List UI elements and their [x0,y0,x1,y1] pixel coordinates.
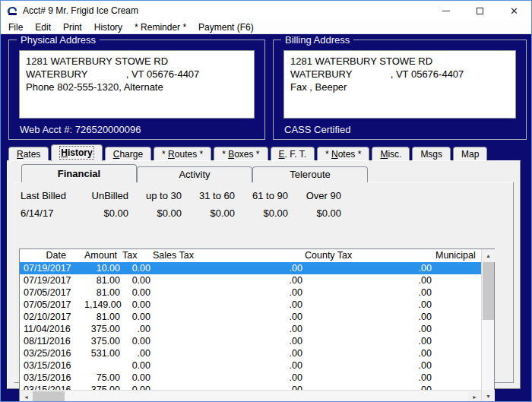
table-row[interactable]: 07/05/20171,149.000.00.00.00 [20,299,481,311]
scroll-right-button[interactable]: ► [468,391,481,402]
cell-municipal [434,299,481,311]
table-row[interactable]: 03/15/2016375.000.00.00.00 [20,384,481,390]
billing-address-line-2: WATERBURY , VT 05676-4407 [290,68,509,81]
tab-routes-label: * Routes * [162,149,203,160]
subtab-teleroute[interactable]: Teleroute [252,166,368,182]
tab-charge[interactable]: Charge [105,147,151,161]
cell-tax: .00 [122,323,153,335]
vertical-scrollbar[interactable]: ▲ ▼ [481,249,494,402]
tab-misc[interactable]: Misc. [372,147,410,161]
horizontal-scrollbar[interactable]: ◄ ► [20,390,481,402]
scroll-up-button[interactable]: ▲ [482,249,495,262]
cell-municipal [434,384,481,390]
cell-sales-tax: .00 [153,299,305,311]
aging-header-31-to-60: 31 to 60 [182,190,235,205]
close-button[interactable]: ✕ [497,1,531,21]
physical-address-legend: Physical Address [17,34,100,46]
billing-address-box[interactable]: 1281 WATERBURY STOWE RDWATERBURY , VT 05… [283,50,516,119]
tab-rates-label: Rates [17,149,40,160]
tab-notes[interactable]: * Notes * [317,147,369,161]
tab-history[interactable]: History [51,144,102,161]
menu-history[interactable]: History [88,22,128,33]
subtab-teleroute-label: Teleroute [290,169,330,180]
cell-municipal [434,311,481,323]
scroll-right-icon: ► [472,394,477,400]
cell-municipal [434,372,481,384]
subtab-financial[interactable]: Financial [21,164,137,182]
billing-address-group: Billing Address 1281 WATERBURY STOWE RDW… [273,40,527,140]
table-row[interactable]: 07/19/201710.000.00.00.00 [20,262,481,274]
cell-amount: 75.00 [84,372,122,384]
table-row[interactable]: 07/05/201781.000.00.00.00 [20,286,481,299]
cell-date: 03/15/2016 [20,372,84,384]
scroll-down-icon: ▼ [486,394,491,399]
column-header-county-tax[interactable]: County Tax [305,249,434,262]
table-row[interactable]: 08/11/2016375.000.00.00.00 [20,335,481,347]
tab-map[interactable]: Map [453,147,487,161]
cell-amount: 1,149.00 [84,299,122,311]
billing-address-line-1: 1281 WATERBURY STOWE RD [290,55,509,68]
menu-payment-f6[interactable]: Payment (F6) [192,22,260,33]
maximize-button[interactable] [463,1,497,21]
cell-county-tax: .00 [305,262,434,274]
tab-msgs-label: Msgs [420,149,442,160]
app-window: Acct# 9 Mr. Frigid Ice Cream ✕ FileEditP… [0,0,532,402]
column-header-amount[interactable]: Amount [84,249,122,262]
physical-address-box[interactable]: 1281 WATERBURY STOWE RDWATERBURY , VT 05… [19,50,255,119]
grid-header-row: DateAmountTaxSales TaxCounty TaxMunicipa… [20,249,481,262]
menu-edit[interactable]: Edit [29,22,57,33]
table-row[interactable]: 03/25/2016531.00.00.00.00 [20,347,481,359]
column-header-date[interactable]: Date [20,249,84,262]
tab-rates[interactable]: Rates [8,147,49,161]
cell-sales-tax: .00 [153,372,305,384]
cell-tax: 0.00 [122,384,153,390]
close-icon: ✕ [510,6,518,16]
minimize-icon [442,11,450,11]
minimize-button[interactable] [429,1,463,21]
table-row[interactable]: 11/04/2016375.00.00.00.00 [20,323,481,335]
column-header-municipal[interactable]: Municipal [434,249,481,262]
tab-e-f-t-label: E. F. T. [279,149,306,160]
cell-municipal [434,347,481,359]
tab-e-f-t[interactable]: E. F. T. [271,147,315,161]
scroll-left-button[interactable]: ◄ [20,391,33,402]
cell-tax: .00 [122,347,153,359]
cell-date: 08/11/2016 [20,335,84,347]
scroll-left-icon: ◄ [24,394,29,400]
menu-file[interactable]: File [2,22,29,33]
aging-value-61-to-90: $0.00 [235,207,288,223]
table-row[interactable]: 07/19/201781.000.00.00.00 [20,274,481,286]
cell-county-tax: .00 [305,347,434,359]
cell-tax: 0.00 [122,311,153,323]
table-row[interactable]: 03/15/201675.000.00.00.00 [20,372,481,384]
physical-address-line-3: Phone 802-555-1320, Alternate [26,81,248,93]
scroll-down-button[interactable]: ▼ [482,390,495,402]
cell-amount: 375.00 [84,384,122,390]
column-header-sales-tax[interactable]: Sales Tax [153,249,305,262]
cell-sales-tax: .00 [153,286,305,299]
cell-sales-tax: .00 [153,347,305,359]
horizontal-scroll-thumb[interactable] [33,391,65,402]
tab-boxes[interactable]: * Boxes * [214,147,268,161]
subtab-activity[interactable]: Activity [137,166,252,182]
vertical-scroll-thumb[interactable] [483,262,494,320]
aging-value-last-billed: 6/14/17 [21,207,75,223]
cell-tax: 0.00 [122,286,153,299]
tab-routes[interactable]: * Routes * [154,147,211,161]
cell-date: 07/05/2017 [20,286,84,299]
web-acct-number: Web Acct #: 726520000096 [20,124,141,135]
main-tab-strip: RatesHistoryCharge* Routes ** Boxes *E. … [8,144,489,161]
history-tab-panel: FinancialActivityTeleroute Last BilledUn… [7,160,521,389]
menu-reminder[interactable]: * Reminder * [128,22,192,33]
column-header-tax[interactable]: Tax [122,249,153,262]
cell-amount: 531.00 [84,347,122,359]
physical-address-group: Physical Address 1281 WATERBURY STOWE RD… [8,40,265,140]
cell-amount [84,359,122,372]
table-row[interactable]: 03/15/20160.00.00.00 [20,359,481,372]
subtab-activity-label: Activity [179,169,210,180]
tab-msgs[interactable]: Msgs [412,147,451,161]
cell-sales-tax: .00 [153,359,305,372]
table-row[interactable]: 02/10/201781.000.00.00.00 [20,311,481,323]
subtab-financial-label: Financial [58,168,100,179]
menu-print[interactable]: Print [57,22,88,33]
